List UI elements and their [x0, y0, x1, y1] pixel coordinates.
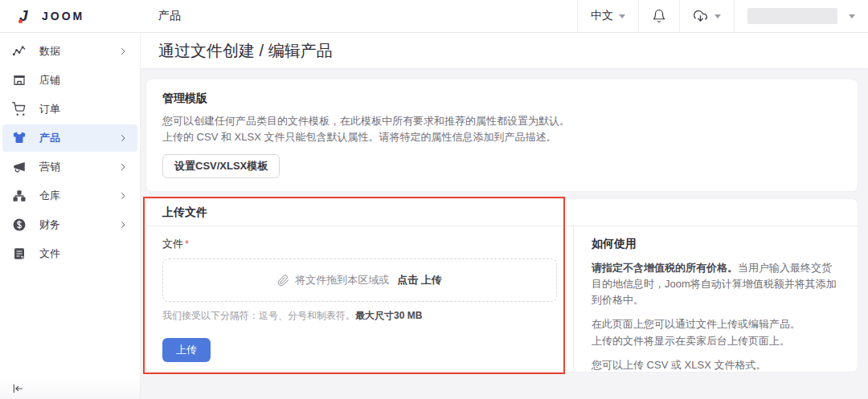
sidebar: 数据 店铺: [0, 33, 141, 399]
upload-section-header: 上传文件: [146, 199, 858, 226]
sidebar-item-label: 财务: [39, 218, 118, 232]
main-area: 通过文件创建 / 编辑产品 管理模版 您可以创建任何产品类目的文件模板，在此模板…: [141, 33, 868, 399]
collapse-sidebar-button[interactable]: [11, 382, 24, 395]
sidebar-item-label: 营销: [39, 160, 118, 174]
how-to-use-title: 如何使用: [592, 237, 840, 251]
max-size-text: 最大尺寸30 MB: [355, 310, 422, 321]
megaphone-icon: [12, 160, 27, 174]
dollar-coin-icon: [12, 218, 27, 232]
logo-text: JOOM: [42, 10, 84, 22]
warehouse-boxes-icon: [12, 189, 27, 203]
page-header: 通过文件创建 / 编辑产品: [141, 33, 868, 68]
language-label: 中文: [591, 9, 613, 23]
sidebar-item-finance[interactable]: 财务: [2, 211, 137, 238]
dropzone-click-upload-link[interactable]: 点击 上传: [397, 273, 442, 287]
page-title: 通过文件创建 / 编辑产品: [158, 40, 333, 62]
user-account-menu[interactable]: [734, 0, 868, 32]
downloads-menu[interactable]: [679, 0, 734, 32]
sidebar-item-data[interactable]: 数据: [2, 38, 137, 65]
sidebar-item-products[interactable]: 产品: [2, 124, 137, 152]
collapse-left-icon: [11, 382, 24, 395]
joom-logo[interactable]: J JOOM: [0, 0, 141, 32]
chevron-down-icon: [714, 14, 721, 18]
chevron-right-icon: [118, 133, 128, 143]
chevron-right-icon: [118, 220, 128, 230]
upload-form: 文件* 将文件拖到本区域或 点击 上传 我们接受以下分隔符：逗号、分号和制表符: [146, 226, 573, 372]
topbar-actions: 中文: [577, 0, 868, 32]
chevron-right-icon: [118, 162, 128, 172]
file-dropzone[interactable]: 将文件拖到本区域或 点击 上传: [162, 259, 557, 302]
sidebar-item-label: 店铺: [39, 73, 128, 88]
chevron-right-icon: [118, 47, 128, 56]
sidebar-item-label: 文件: [39, 246, 128, 261]
sidebar-item-label: 仓库: [39, 189, 118, 203]
manage-templates-title: 管理模版: [162, 92, 841, 106]
file-helper-text: 我们接受以下分隔符：逗号、分号和制表符。最大尺寸30 MB: [162, 309, 557, 323]
app-window: J JOOM 产品 中文: [0, 0, 868, 399]
chevron-right-icon: [118, 191, 128, 201]
document-icon: [12, 246, 27, 261]
required-asterisk: *: [185, 238, 189, 250]
sidebar-item-orders[interactable]: 订单: [2, 96, 137, 123]
notifications-button[interactable]: [638, 0, 679, 32]
cloud-download-icon: [693, 9, 708, 24]
sidebar-item-label: 产品: [39, 131, 118, 145]
page-content: 管理模版 您可以创建任何产品类目的文件模板，在此模板中所有要求和推荐的属性都设置…: [141, 68, 868, 399]
sidebar-item-warehouse[interactable]: 仓库: [2, 182, 137, 210]
topbar: J JOOM 产品 中文: [0, 0, 868, 33]
setup-csv-xlsx-template-button[interactable]: 设置CSV/XLSX模板: [162, 154, 280, 178]
how-to-use-panel: 如何使用 请指定不含增值税的所有价格。当用户输入最终交货目的地信息时，Joom将…: [573, 226, 858, 372]
sidebar-item-files[interactable]: 文件: [2, 240, 137, 267]
sidebar-item-marketing[interactable]: 营销: [2, 153, 137, 181]
shopping-cart-icon: [12, 102, 27, 116]
manage-templates-card: 管理模版 您可以创建任何产品类目的文件模板，在此模板中所有要求和推荐的属性都设置…: [146, 79, 858, 191]
sidebar-item-store[interactable]: 店铺: [2, 67, 137, 94]
user-name-redacted: [747, 8, 837, 24]
how-to-use-paragraph-1: 请指定不含增值税的所有价格。当用户输入最终交货目的地信息时，Joom将自动计算增…: [592, 260, 840, 308]
paperclip-icon: [277, 275, 289, 287]
upload-button[interactable]: 上传: [162, 338, 211, 362]
upload-file-card: 上传文件 文件* 将文件拖到本区域或: [146, 199, 858, 372]
dropzone-text: 将文件拖到本区域或: [295, 273, 389, 287]
language-selector[interactable]: 中文: [577, 0, 638, 32]
joom-logo-icon: J: [19, 7, 34, 25]
how-to-use-paragraph-2: 在此页面上您可以通过文件上传或编辑产品。 上传的文件将显示在卖家后台上传页面上。: [592, 316, 840, 348]
sidebar-item-label: 数据: [39, 44, 118, 59]
chevron-down-icon: [619, 14, 625, 18]
how-to-use-paragraph-3: 您可以上传 CSV 或 XLSX 文件格式。: [592, 357, 840, 373]
topbar-page-title: 产品: [141, 0, 577, 32]
manage-templates-description: 您可以创建任何产品类目的文件模板，在此模板中所有要求和推荐的属性都设置为默认。 …: [162, 113, 841, 145]
tshirt-icon: [12, 131, 27, 145]
sidebar-footer: [0, 378, 140, 399]
file-field-label: 文件*: [162, 237, 557, 251]
sidebar-item-label: 订单: [39, 102, 128, 116]
storefront-icon: [12, 73, 27, 88]
line-chart-icon: [12, 44, 27, 59]
upload-section-title: 上传文件: [162, 206, 207, 220]
chevron-down-icon: [849, 14, 855, 18]
bell-icon: [652, 9, 666, 23]
